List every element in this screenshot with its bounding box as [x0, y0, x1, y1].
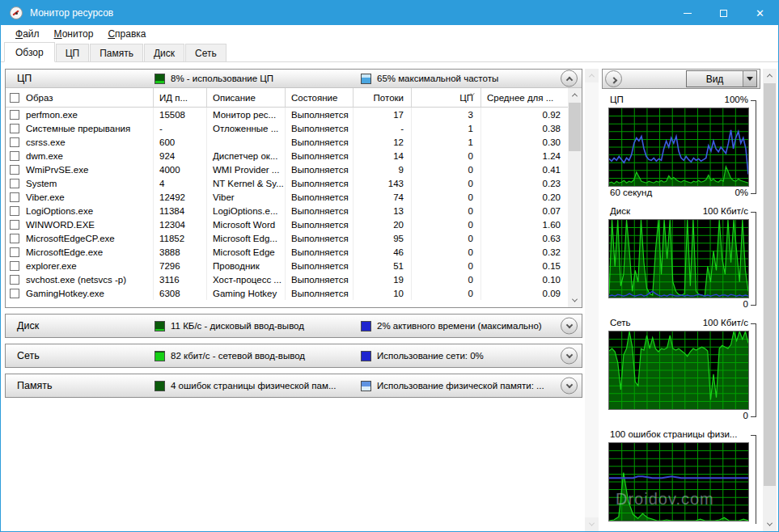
tab-cpu[interactable]: ЦП — [56, 44, 90, 61]
table-row[interactable]: dwm.exe924Диспетчер ок...Выполняется1401… — [6, 149, 568, 163]
tab-network[interactable]: Сеть — [185, 44, 227, 61]
chevron-up-icon — [565, 76, 572, 82]
row-checkbox[interactable] — [10, 192, 19, 202]
collapse-panel-button[interactable] — [605, 70, 622, 87]
scroll-up-icon[interactable] — [568, 88, 582, 102]
cpu-usage-legend: 8% - использование ЦП — [155, 74, 361, 84]
column-header-cpu[interactable]: ЦП — [412, 88, 481, 107]
table-row[interactable]: GamingHotkey.exe6308Gaming HotkeyВыполня… — [6, 286, 568, 300]
cpu-graph — [608, 108, 749, 187]
table-cell: 600 — [154, 135, 207, 149]
right-scrollbar-thumb[interactable] — [764, 83, 776, 486]
select-all-checkbox[interactable] — [10, 93, 19, 103]
row-checkbox[interactable] — [10, 151, 19, 161]
view-dropdown-arrow[interactable] — [743, 71, 756, 87]
column-header-pid[interactable]: ИД п... — [154, 88, 207, 107]
row-checkbox[interactable] — [10, 275, 19, 285]
column-header-description[interactable]: Описание — [207, 88, 286, 107]
disk-section-title: Диск — [17, 320, 155, 331]
cpu-collapse-button[interactable] — [561, 70, 578, 87]
table-row[interactable]: LogiOptions.exe11384LogiOptions.e...Выпо… — [6, 204, 568, 217]
sort-descending-icon — [471, 88, 474, 98]
table-cell: 7296 — [154, 259, 207, 272]
table-row[interactable]: csrss.exe600Выполняется1210.30 — [6, 135, 568, 149]
table-scrollbar[interactable] — [568, 88, 582, 307]
table-row[interactable]: Viber.exe12492ViberВыполняется7400.20 — [6, 190, 568, 204]
scroll-up-icon[interactable] — [585, 69, 599, 82]
row-checkbox[interactable] — [10, 247, 19, 257]
close-button[interactable]: ✕ — [742, 1, 778, 25]
table-cell: 9 — [354, 163, 412, 176]
network-expand-button[interactable] — [561, 348, 578, 365]
disk-expand-button[interactable] — [561, 318, 578, 335]
scroll-down-icon[interactable] — [763, 517, 777, 531]
right-pane-scrollbar[interactable] — [763, 69, 777, 531]
table-cell: Microsoft Word — [207, 217, 286, 231]
chevron-right-icon — [610, 77, 616, 83]
graph-bracket — [751, 212, 756, 306]
row-checkbox[interactable] — [10, 165, 19, 175]
scroll-down-icon[interactable] — [585, 517, 599, 531]
row-checkbox[interactable] — [10, 289, 19, 298]
row-checkbox[interactable] — [10, 124, 19, 133]
column-header-status[interactable]: Состояние — [286, 88, 354, 107]
minimize-icon — [684, 13, 692, 14]
maximize-button[interactable] — [705, 1, 742, 25]
table-row[interactable]: Системные прерывания-Отложенные ...Выпол… — [6, 121, 568, 135]
disk-section-header[interactable]: Диск 11 КБ/с - дисковый ввод-вывод 2% ак… — [6, 315, 582, 337]
table-cell: 17 — [354, 108, 412, 121]
row-checkbox[interactable] — [10, 220, 19, 230]
menu-file[interactable]: Файл — [8, 27, 47, 41]
table-scrollbar-thumb[interactable] — [569, 103, 581, 151]
tab-disk[interactable]: Диск — [144, 44, 184, 61]
scroll-down-icon[interactable] — [568, 293, 582, 307]
table-cell: 0.10 — [481, 272, 568, 286]
table-row[interactable]: WINWORD.EXE12304Microsoft WordВыполняетс… — [6, 217, 568, 231]
row-checkbox[interactable] — [10, 137, 19, 147]
table-cell: - — [354, 121, 412, 135]
tab-memory[interactable]: Память — [90, 44, 143, 61]
cpu-frequency-legend: 65% максимальной частоты — [361, 74, 498, 84]
scroll-up-icon[interactable] — [763, 69, 777, 82]
memory-section-header[interactable]: Память 4 ошибок страницы физической пам.… — [6, 374, 582, 397]
table-row[interactable]: perfmon.exe15508Монитор рес...Выполняетс… — [6, 108, 568, 121]
table-cell: Выполняется — [286, 259, 354, 272]
row-checkbox[interactable] — [10, 261, 19, 271]
view-button[interactable]: Вид — [686, 70, 757, 87]
process-name: WINWORD.EXE — [26, 220, 95, 230]
memory-expand-button[interactable] — [561, 378, 578, 395]
table-row[interactable]: MicrosoftEdgeCP.exe11852Microsoft Edg...… — [6, 231, 568, 245]
cpu-section-header[interactable]: ЦП 8% - использование ЦП 65% максимально… — [6, 70, 582, 87]
menu-help[interactable]: Справка — [100, 27, 153, 41]
table-row[interactable]: svchost.exe (netsvcs -p)3116Хост-процесс… — [6, 272, 568, 286]
table-cell: 0 — [412, 245, 481, 259]
left-pane-scrollbar[interactable] — [585, 69, 599, 531]
table-cell: Монитор рес... — [207, 108, 286, 121]
table-cell: 0 — [412, 231, 481, 245]
maximize-icon — [720, 10, 727, 17]
table-cell: Выполняется — [286, 176, 354, 190]
table-row[interactable]: WmiPrvSE.exe4000WMI Provider ...Выполняе… — [6, 163, 568, 176]
network-section-header[interactable]: Сеть 82 кбит/с - сетевой ввод-вывод Испо… — [6, 344, 582, 367]
row-checkbox[interactable] — [10, 110, 19, 120]
row-checkbox[interactable] — [10, 206, 19, 216]
window-title: Монитор ресурсов — [30, 7, 113, 19]
disk-section: Диск 11 КБ/с - дисковый ввод-вывод 2% ак… — [5, 314, 582, 338]
table-cell: 95 — [354, 231, 412, 245]
row-checkbox[interactable] — [10, 234, 19, 243]
table-row[interactable]: explorer.exe7296ПроводникВыполняется5100… — [6, 259, 568, 272]
table-cell: Gaming Hotkey — [207, 286, 286, 300]
process-name: csrss.exe — [26, 137, 66, 147]
column-header-average-cpu[interactable]: Среднее для ... — [481, 88, 568, 107]
disk-graph-max-label: 100 Кбит/с — [703, 206, 748, 217]
column-header-threads[interactable]: Потоки — [354, 88, 412, 107]
tab-overview[interactable]: Обзор — [4, 42, 55, 62]
column-header-image[interactable]: Образ — [6, 88, 154, 107]
table-row[interactable]: MicrosoftEdge.exe3888Microsoft EdgeВыпол… — [6, 245, 568, 259]
title-bar: Монитор ресурсов ✕ — [1, 1, 778, 25]
minimize-button[interactable] — [669, 1, 705, 25]
row-checkbox[interactable] — [10, 179, 19, 188]
table-row[interactable]: System4NT Kernel & Sy...Выполняется14300… — [6, 176, 568, 190]
menu-monitor[interactable]: Монитор — [47, 27, 101, 41]
close-icon: ✕ — [756, 8, 764, 19]
